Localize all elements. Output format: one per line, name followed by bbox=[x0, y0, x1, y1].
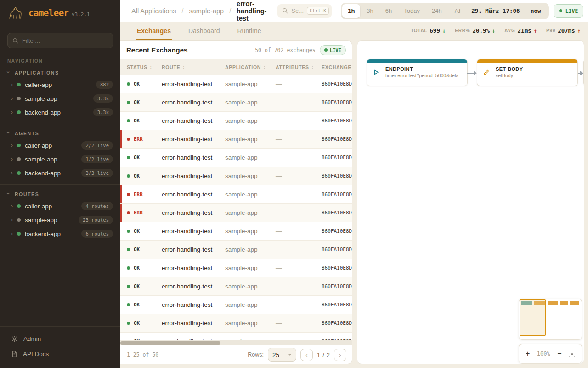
sidebar-item-sample-app[interactable]: › sample-app 3.3k bbox=[0, 92, 120, 105]
table-row[interactable]: ERRerror-handling-testsample-app—860FA10… bbox=[120, 185, 352, 204]
flow-node-set-body[interactable]: SET BODY setBody bbox=[477, 59, 578, 86]
application-cell: sample-app bbox=[225, 264, 276, 271]
flow-node-clipped[interactable] bbox=[583, 59, 584, 86]
column-header-attributes[interactable]: ATTRIBUTES ▲▼ bbox=[276, 64, 322, 70]
sort-icon: ▲▼ bbox=[150, 65, 153, 69]
zoom-in-button[interactable]: + bbox=[526, 350, 530, 357]
time-range-1h[interactable]: 1h bbox=[342, 4, 360, 18]
error-dot-icon bbox=[127, 211, 130, 214]
route-cell: error-handling-test bbox=[162, 228, 225, 235]
table-row[interactable]: ERRerror-handling-testsample-app—860FA10… bbox=[120, 130, 352, 149]
sidebar-item-routes-sample-app[interactable]: › sample-app 23 routes bbox=[0, 213, 120, 227]
api-docs-link[interactable]: API Docs bbox=[0, 346, 120, 362]
exchange-id-cell: 860FA10E8D bbox=[322, 81, 352, 87]
application-cell: sample-app bbox=[225, 301, 276, 308]
breadcrumb-all-applications[interactable]: All Applications bbox=[131, 7, 176, 15]
sidebar-item-routes-backend-app[interactable]: › backend-app 6 routes bbox=[0, 227, 120, 241]
minimap[interactable] bbox=[519, 299, 582, 340]
table-row[interactable]: OKerror-handling-testsample-app—860FA10E… bbox=[120, 277, 352, 296]
chevron-right-icon: › bbox=[11, 96, 13, 101]
route-cell: error-handling-test bbox=[162, 80, 225, 87]
breadcrumb-sample-app[interactable]: sample-app bbox=[189, 7, 224, 15]
exchange-id-cell: 860FA10E8D bbox=[322, 247, 352, 253]
ok-dot-icon bbox=[127, 119, 130, 122]
sidebar-item-caller-app[interactable]: › caller-app 882 bbox=[0, 78, 120, 92]
global-search-input[interactable]: Se... Ctrl+K bbox=[277, 4, 332, 18]
count-badge: 23 routes bbox=[79, 216, 113, 224]
search-icon bbox=[282, 8, 288, 14]
column-header-status[interactable]: STATUS ▲▼ bbox=[120, 64, 162, 70]
table-row[interactable]: OKerror-handling-testsample-app—860FA10E… bbox=[120, 241, 352, 259]
prev-page-button[interactable]: ‹ bbox=[300, 349, 313, 361]
next-page-button[interactable]: › bbox=[334, 349, 346, 361]
table-row[interactable]: OKerror-handling-testsample-app—860FA10E… bbox=[120, 314, 352, 333]
section-routes[interactable]: › ROUTES bbox=[0, 187, 120, 199]
application-cell: sample-app bbox=[225, 209, 276, 216]
column-header-route[interactable]: ROUTE ▲▼ bbox=[162, 64, 225, 70]
section-applications[interactable]: › APPLICATIONS bbox=[0, 65, 120, 78]
table-row[interactable]: ERRerror-handling-testsample-app—860FA10… bbox=[120, 204, 352, 222]
column-header-application[interactable]: APPLICATION ▲▼ bbox=[225, 64, 276, 70]
main-area: All Applications / sample-app / error-ha… bbox=[120, 0, 588, 368]
table-row[interactable]: OKerror-handling-testsample-app—860FA10E… bbox=[120, 112, 352, 130]
time-range-7d[interactable]: 7d bbox=[448, 4, 466, 18]
horizontal-scrollbar-thumb[interactable] bbox=[120, 341, 220, 345]
item-label: backend-app bbox=[25, 170, 61, 177]
breadcrumb-separator: / bbox=[229, 7, 231, 15]
stat-value: 207ms bbox=[558, 27, 575, 34]
sidebar-item-backend-app[interactable]: › backend-app 3.3k bbox=[0, 105, 120, 119]
minimap-viewport[interactable] bbox=[520, 299, 546, 336]
route-flow-canvas[interactable]: ENDPOINT timer:errorTest?period=5000&del… bbox=[357, 40, 584, 364]
column-header-exchange[interactable]: EXCHANGE bbox=[322, 64, 352, 70]
time-range-3h[interactable]: 3h bbox=[361, 4, 379, 18]
application-cell: sample-app bbox=[225, 283, 276, 290]
table-live-badge[interactable]: LIVE bbox=[320, 45, 346, 55]
live-toggle[interactable]: LIVE bbox=[554, 4, 584, 18]
section-agents[interactable]: › AGENTS bbox=[0, 126, 120, 138]
item-label: sample-app bbox=[25, 95, 57, 102]
sidebar-item-agent-caller-app[interactable]: › caller-app 2/2 live bbox=[0, 138, 120, 152]
flow-node-endpoint[interactable]: ENDPOINT timer:errorTest?period=5000&del… bbox=[367, 59, 468, 86]
table-row[interactable]: OKerror-handling-testsample-app—860FA10E… bbox=[120, 75, 352, 93]
sidebar-item-agent-backend-app[interactable]: › backend-app 3/3 live bbox=[0, 166, 120, 180]
status-dot bbox=[17, 218, 21, 222]
chevron-right-icon: › bbox=[11, 143, 13, 148]
tab-dashboard[interactable]: Dashboard bbox=[187, 22, 221, 40]
time-range-today[interactable]: Today bbox=[398, 4, 425, 18]
fit-view-icon[interactable] bbox=[569, 351, 575, 357]
table-row[interactable]: OKerror-handling-testsample-app—860FA10E… bbox=[120, 333, 352, 340]
table-row[interactable]: OKerror-handling-testsample-app—860FA10E… bbox=[120, 167, 352, 185]
ok-dot-icon bbox=[127, 82, 130, 86]
sidebar-filter-input[interactable]: Filter... bbox=[7, 33, 113, 48]
table-row[interactable]: OKerror-handling-testsample-app—860FA10E… bbox=[120, 93, 352, 112]
attributes-cell: — bbox=[276, 301, 322, 308]
tabs: Exchanges Dashboard Runtime bbox=[136, 22, 262, 40]
time-range-24h[interactable]: 24h bbox=[426, 4, 447, 18]
app-logo[interactable]: cameleer v3.2.1 bbox=[0, 0, 120, 26]
sidebar-item-agent-sample-app[interactable]: › sample-app 1/2 live bbox=[0, 152, 120, 166]
zoom-out-button[interactable]: − bbox=[557, 350, 561, 357]
application-cell: sample-app bbox=[225, 228, 276, 235]
sidebar-item-routes-caller-app[interactable]: › caller-app 4 routes bbox=[0, 199, 120, 213]
tab-runtime[interactable]: Runtime bbox=[236, 22, 262, 40]
table-row[interactable]: OKerror-handling-testsample-app—860FA10E… bbox=[120, 296, 352, 314]
date-range-display[interactable]: 29. März 17:06 — now bbox=[467, 7, 547, 14]
table-row[interactable]: OKerror-handling-testsample-app—860FA10E… bbox=[120, 259, 352, 277]
rows-per-page-select[interactable]: 25 bbox=[268, 348, 296, 362]
admin-link[interactable]: Admin bbox=[0, 331, 120, 346]
application-cell: sample-app bbox=[225, 136, 276, 143]
table-row[interactable]: OKerror-handling-testsample-app—860FA10E… bbox=[120, 222, 352, 241]
table-row[interactable]: OKerror-handling-testsample-app—860FA10E… bbox=[120, 149, 352, 167]
tab-exchanges[interactable]: Exchanges bbox=[136, 22, 172, 40]
status-text: OK bbox=[134, 173, 140, 179]
trend-down-icon: ↓ bbox=[442, 28, 446, 34]
rows-per-page-value: 25 bbox=[272, 351, 279, 358]
ok-dot-icon bbox=[127, 230, 130, 233]
status-text: OK bbox=[134, 99, 140, 105]
horizontal-scrollbar-track[interactable] bbox=[120, 340, 352, 345]
time-range-6h[interactable]: 6h bbox=[380, 4, 397, 18]
api-docs-label: API Docs bbox=[23, 351, 49, 357]
status-cell: OK bbox=[120, 99, 162, 105]
route-cell: error-handling-test bbox=[162, 136, 225, 143]
flow-edge-arrow bbox=[467, 73, 476, 74]
